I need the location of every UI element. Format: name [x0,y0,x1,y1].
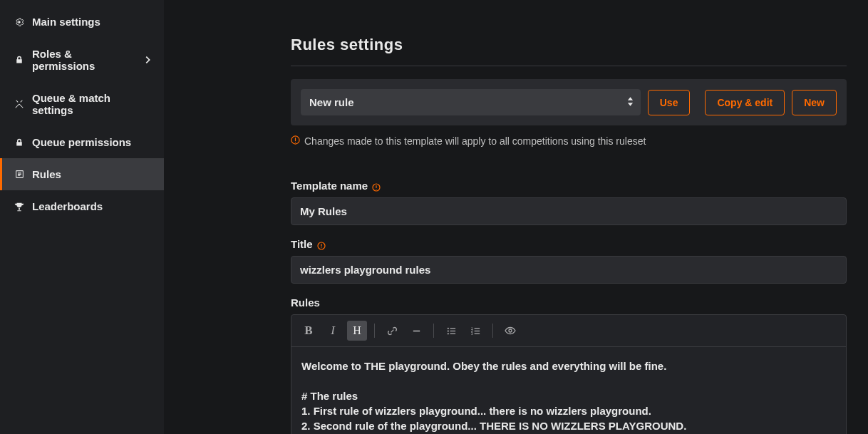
sidebar-item-main-settings[interactable]: Main settings [0,6,164,38]
rules-label: Rules [291,296,847,309]
svg-rect-15 [474,333,480,334]
sidebar-item-label: Roles & permissions [32,48,135,72]
template-name-label: Template name [291,180,847,192]
svg-point-4 [447,327,448,329]
link-button[interactable] [382,321,402,341]
page-title: Rules settings [291,36,847,54]
copy-edit-button[interactable]: Copy & edit [705,90,785,115]
bold-button[interactable]: B [299,321,319,341]
rules-heading: # The rules [301,388,836,403]
italic-button[interactable]: I [323,321,343,341]
rules-editor: B I H 123 [291,314,847,434]
template-name-input[interactable] [291,197,847,225]
info-icon [291,135,300,147]
preview-button[interactable] [500,321,520,341]
sidebar-item-leaderboards[interactable]: Leaderboards [0,190,164,222]
svg-rect-13 [474,328,480,329]
sidebar-item-roles-permissions[interactable]: Roles & permissions [0,38,164,82]
title-label: Title [291,238,847,250]
info-icon [317,240,326,249]
svg-rect-7 [450,328,455,329]
rules-line-1: 1. First rule of wizzlers playground... … [301,403,836,418]
rules-line-2: 2. Second rule of the playground... THER… [301,418,836,433]
sidebar-item-rules[interactable]: Rules [0,158,164,190]
tools-icon [14,98,25,110]
rules-intro: Welcome to THE playground. Obey the rule… [301,358,836,373]
ordered-list-button[interactable]: 123 [465,321,485,341]
lock-icon [14,137,25,148]
new-button[interactable]: New [792,90,837,115]
lock-icon [14,54,25,66]
heading-button[interactable]: H [347,321,367,341]
svg-rect-8 [450,330,455,331]
main-content: Rules settings New rule Use Copy & edit … [164,0,868,434]
sidebar-item-label: Rules [32,168,153,180]
rules-icon [14,169,25,180]
toolbar-separator [433,324,434,338]
sidebar-item-label: Main settings [32,16,153,28]
toolbar-separator [492,324,493,338]
sidebar-item-label: Queue & match settings [32,92,153,116]
toolbar-separator [374,324,375,338]
svg-text:3: 3 [470,332,472,336]
gear-icon [14,16,25,28]
svg-rect-9 [450,333,455,334]
info-icon [372,182,381,190]
unordered-list-button[interactable] [441,321,461,341]
svg-point-6 [447,333,448,334]
svg-point-16 [509,329,512,332]
title-input[interactable] [291,256,847,284]
rule-select-wrap: New rule [301,89,641,115]
strike-button[interactable] [406,321,426,341]
rule-selector-card: New rule Use Copy & edit New [291,79,847,125]
sidebar-item-queue-permissions[interactable]: Queue permissions [0,126,164,158]
sidebar: Main settings Roles & permissions Queue … [0,0,164,434]
trophy-icon [14,201,25,212]
svg-rect-14 [474,330,480,331]
editor-content[interactable]: Welcome to THE playground. Obey the rule… [291,347,846,434]
divider [291,66,847,66]
warning-text: Changes made to this template will apply… [304,135,646,147]
sidebar-item-queue-match-settings[interactable]: Queue & match settings [0,82,164,126]
chevron-right-icon [143,55,153,65]
rule-select[interactable]: New rule [301,89,641,115]
use-button[interactable]: Use [648,90,691,115]
sidebar-item-label: Queue permissions [32,136,153,148]
svg-point-5 [447,330,448,331]
sidebar-item-label: Leaderboards [32,200,153,212]
warning-message: Changes made to this template will apply… [291,135,847,147]
editor-toolbar: B I H 123 [291,315,846,347]
